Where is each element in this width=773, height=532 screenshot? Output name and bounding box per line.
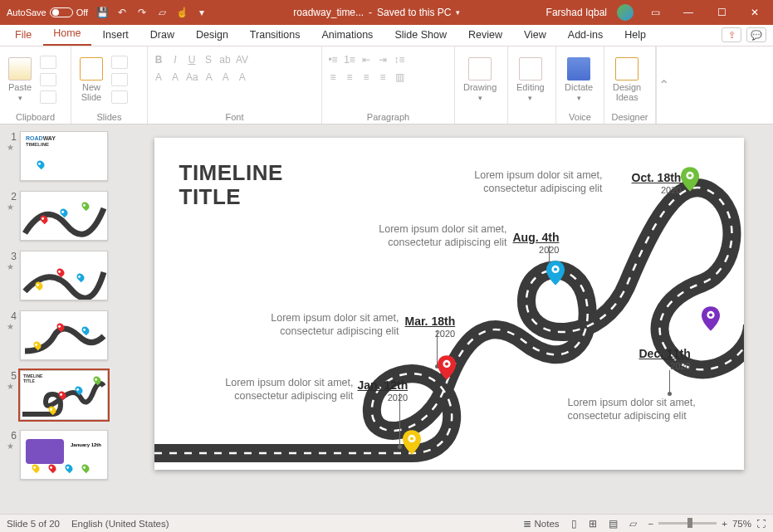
tab-design[interactable]: Design: [186, 26, 238, 46]
pin-purple[interactable]: [702, 306, 720, 331]
minimize-icon[interactable]: —: [677, 1, 700, 24]
user-name[interactable]: Farshad Iqbal: [546, 7, 607, 18]
comments-button[interactable]: 💬: [746, 27, 766, 42]
zoom-level[interactable]: 75%: [732, 519, 751, 529]
tab-review[interactable]: Review: [458, 26, 512, 46]
thumbnail-2[interactable]: 2★: [7, 191, 121, 241]
redo-icon[interactable]: ↷: [136, 7, 148, 18]
notes-button[interactable]: ≣Notes: [523, 518, 559, 530]
strike-button[interactable]: ab: [219, 54, 231, 66]
cut-icon[interactable]: [40, 56, 56, 69]
layout-icon[interactable]: [111, 56, 128, 69]
change-case-button[interactable]: Aa: [186, 71, 198, 83]
underline-button[interactable]: U: [186, 54, 198, 66]
grow-font-button[interactable]: A: [203, 71, 215, 83]
slide[interactable]: TIMELINETITLE .rd{fill:none;stroke:#3a3a…: [154, 138, 744, 470]
zoom-in-icon[interactable]: +: [722, 519, 727, 529]
indent-inc-icon[interactable]: ⇥: [377, 54, 389, 66]
undo-icon[interactable]: ↶: [116, 7, 128, 18]
numbering-icon[interactable]: 1≡: [344, 54, 355, 66]
share-button[interactable]: ⇪: [722, 27, 741, 42]
tab-insert[interactable]: Insert: [93, 26, 139, 46]
tab-slideshow[interactable]: Slide Show: [384, 26, 457, 46]
zoom-out-icon[interactable]: −: [648, 519, 654, 529]
design-ideas-button[interactable]: Design Ideas: [609, 57, 644, 102]
slide-canvas[interactable]: TIMELINETITLE .rd{fill:none;stroke:#3a3a…: [125, 124, 773, 514]
event-5-label[interactable]: Dec. 11th2020: [639, 347, 691, 371]
event-2-desc[interactable]: Lorem ipsum dolor sit amet, consectetur …: [233, 312, 399, 338]
format-painter-icon[interactable]: [40, 90, 56, 104]
tab-addins[interactable]: Add-ins: [558, 26, 613, 46]
event-3-label[interactable]: Aug. 4th2020: [513, 231, 560, 255]
pin-blue[interactable]: [546, 261, 565, 286]
bullets-icon[interactable]: •≡: [327, 54, 339, 66]
bold-button[interactable]: B: [153, 54, 164, 66]
section-icon[interactable]: [111, 90, 128, 104]
tab-draw[interactable]: Draw: [140, 26, 184, 46]
event-1-desc[interactable]: Lorem ipsum dolor sit amet, consectetur …: [189, 377, 354, 403]
title-bar: AutoSave Off 💾 ↶ ↷ ▱ ☝ ▾ roadway_time...…: [0, 0, 773, 25]
clear-format-button[interactable]: A: [237, 71, 248, 83]
thumbnail-6[interactable]: 6★ January 12th: [7, 430, 121, 480]
event-3-desc[interactable]: Lorem ipsum dolor sit amet, consectetur …: [358, 223, 507, 249]
event-5-desc[interactable]: Lorem ipsum dolor sit amet, consectetur …: [568, 397, 717, 422]
fit-window-icon[interactable]: ⛶: [756, 519, 766, 529]
tab-transitions[interactable]: Transitions: [240, 26, 311, 46]
maximize-icon[interactable]: ☐: [710, 1, 733, 24]
touch-mode-icon[interactable]: ☝: [176, 7, 188, 18]
align-center-icon[interactable]: ≡: [344, 71, 355, 83]
tab-file[interactable]: File: [5, 26, 42, 46]
align-left-icon[interactable]: ≡: [327, 71, 339, 83]
tab-animations[interactable]: Animations: [312, 26, 384, 46]
autosave-toggle[interactable]: AutoSave Off: [7, 7, 88, 17]
from-beginning-icon[interactable]: ▱: [156, 7, 168, 18]
pin-green[interactable]: [681, 167, 699, 192]
user-avatar[interactable]: [617, 4, 634, 21]
reading-view-icon[interactable]: ▤: [609, 518, 618, 530]
collapse-ribbon-icon[interactable]: ⌃: [656, 46, 671, 124]
columns-icon[interactable]: ▥: [394, 71, 405, 83]
zoom-slider[interactable]: [658, 522, 717, 525]
save-status[interactable]: Saved to this PC: [377, 7, 451, 18]
normal-view-icon[interactable]: ▯: [571, 518, 577, 530]
char-spacing-button[interactable]: AV: [236, 54, 248, 66]
sorter-view-icon[interactable]: ⊞: [589, 518, 597, 530]
shadow-button[interactable]: S: [203, 54, 214, 66]
slide-indicator[interactable]: Slide 5 of 20: [7, 519, 60, 529]
thumbnail-3[interactable]: 3★: [7, 251, 121, 300]
event-1-label[interactable]: Jan. 12th2020: [358, 378, 409, 403]
italic-button[interactable]: I: [169, 54, 181, 66]
paste-button[interactable]: Paste▾: [5, 57, 35, 102]
language-indicator[interactable]: English (United States): [71, 519, 169, 529]
tab-view[interactable]: View: [514, 26, 556, 46]
dictate-button[interactable]: Dictate▾: [561, 57, 596, 102]
event-2-label[interactable]: Mar. 18th2020: [405, 315, 456, 339]
save-icon[interactable]: 💾: [96, 7, 108, 18]
justify-icon[interactable]: ≡: [377, 71, 389, 83]
highlight-button[interactable]: A: [169, 71, 181, 83]
thumbnail-1[interactable]: 1★ ROADWAYTIMELINE: [7, 131, 121, 181]
pin-red[interactable]: [438, 355, 456, 380]
editing-button[interactable]: Editing▾: [513, 57, 548, 102]
copy-icon[interactable]: [40, 73, 56, 86]
drawing-button[interactable]: Drawing▾: [460, 57, 500, 102]
align-right-icon[interactable]: ≡: [360, 71, 372, 83]
line-spacing-icon[interactable]: ↕≡: [394, 54, 405, 66]
reset-icon[interactable]: [111, 73, 128, 86]
font-color-button[interactable]: A: [153, 71, 164, 83]
close-icon[interactable]: ✕: [743, 1, 766, 24]
indent-dec-icon[interactable]: ⇤: [360, 54, 372, 66]
pin-yellow[interactable]: [403, 430, 421, 455]
qat-more-icon[interactable]: ▾: [196, 7, 208, 18]
thumbnail-4[interactable]: 4★: [7, 310, 121, 360]
shrink-font-button[interactable]: A: [220, 71, 232, 83]
event-4-desc[interactable]: Lorem ipsum dolor sit amet, consectetur …: [437, 169, 603, 195]
tab-home[interactable]: Home: [43, 24, 91, 46]
slideshow-view-icon[interactable]: ▱: [629, 518, 637, 530]
thumbnail-5[interactable]: 5★ TIMELINETITLE: [7, 370, 121, 420]
slide-thumbnails[interactable]: 1★ ROADWAYTIMELINE 2★ 3★ 4★: [0, 124, 125, 514]
new-slide-button[interactable]: New Slide: [76, 57, 106, 102]
event-4-label[interactable]: Oct. 18th2020: [632, 171, 682, 195]
ribbon-options-icon[interactable]: ▭: [643, 1, 667, 24]
tab-help[interactable]: Help: [614, 26, 656, 46]
